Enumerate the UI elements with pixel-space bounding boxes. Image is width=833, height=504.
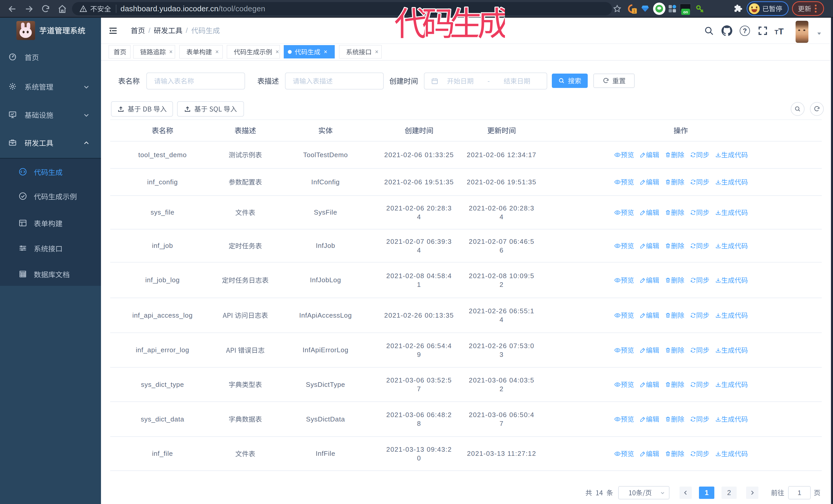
svg-text:1: 1: [633, 9, 635, 13]
